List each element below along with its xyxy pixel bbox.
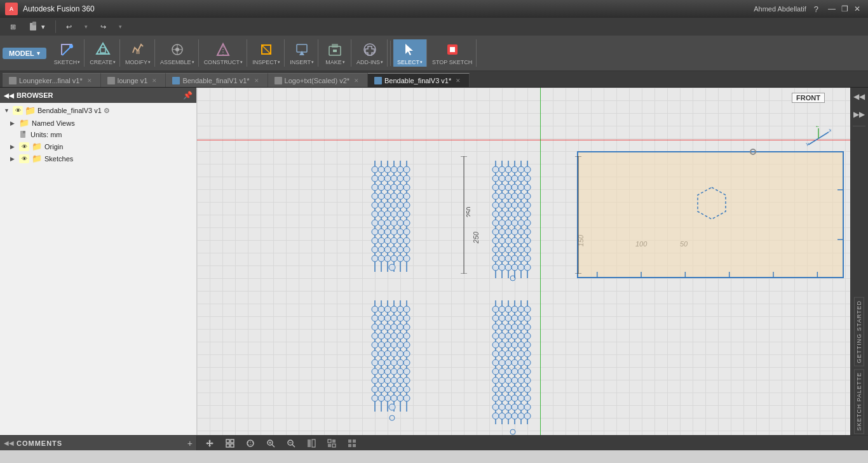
svg-point-305 — [524, 342, 531, 348]
svg-point-304 — [518, 342, 524, 348]
tab-loungeker[interactable]: Loungeker...final v1* ✕ — [3, 73, 101, 87]
root-label: Bendable_finalV3 v1 — [37, 107, 102, 114]
browser-origin[interactable]: ▶ 👁 📁 Origin — [0, 140, 196, 152]
view-layout-button[interactable] — [344, 438, 360, 449]
svg-point-264 — [384, 395, 391, 401]
svg-point-82 — [372, 229, 378, 235]
restore-button[interactable]: ❐ — [839, 3, 850, 15]
svg-rect-27 — [23, 131, 25, 133]
toolbar-construct[interactable]: CONSTRUCT ▾ — [200, 39, 248, 67]
svg-point-54 — [384, 184, 391, 191]
svg-point-338 — [505, 395, 512, 401]
rp-sketch-palette-button[interactable]: SKETCH PALETTE — [854, 369, 864, 434]
zoom-fit-button[interactable] — [283, 438, 299, 449]
svg-point-166 — [518, 238, 524, 244]
svg-point-346 — [518, 404, 524, 410]
construct-label: CONSTRUCT ▾ — [204, 59, 243, 65]
tab-loungeker-close[interactable]: ✕ — [85, 76, 94, 85]
tab-bendable-v1[interactable]: Bendable_finalV1 v1* ✕ — [166, 73, 268, 87]
svg-point-124 — [518, 175, 524, 182]
tab-logo[interactable]: Logo+txt(Scaled) v2* ✕ — [268, 73, 368, 87]
toolbar-modify[interactable]: MODIFY ▾ — [121, 39, 155, 67]
rp-prev-button[interactable]: ◀◀ — [851, 89, 867, 104]
frame-button[interactable] — [222, 438, 238, 449]
comments-add-button[interactable]: + — [187, 438, 193, 448]
redo-button[interactable]: ↪ — [95, 21, 111, 33]
sketch-pattern-4 — [489, 300, 537, 435]
grid-display-button[interactable] — [324, 438, 339, 449]
browser-sketches[interactable]: ▶ 👁 📁 Sketches — [0, 152, 196, 164]
toolbar-create[interactable]: CREATE ▾ — [86, 39, 120, 67]
root-eye[interactable]: 👁 — [13, 106, 23, 115]
origin-eye[interactable]: 👁 — [19, 142, 29, 151]
tab-bendable-v3-close[interactable]: ✕ — [454, 76, 463, 85]
hex-shape — [693, 184, 731, 222]
svg-point-132 — [492, 193, 499, 199]
svg-point-46 — [372, 175, 378, 182]
browser-named-views[interactable]: ▶ 📁 Named Views — [0, 117, 196, 129]
tab-lounge-close[interactable]: ✕ — [150, 76, 159, 85]
svg-point-49 — [391, 175, 397, 182]
browser-pin-icon[interactable]: 📌 — [183, 91, 193, 100]
svg-rect-382 — [353, 440, 356, 443]
svg-rect-1 — [32, 22, 36, 25]
redo2-button[interactable]: ▾ — [114, 22, 127, 32]
zoom-button[interactable] — [263, 438, 278, 449]
tab-logo-close[interactable]: ✕ — [352, 76, 361, 85]
tab-bendable-v1-close[interactable]: ✕ — [252, 76, 261, 85]
file-menu-button[interactable]: ▾ — [24, 20, 50, 34]
svg-point-153 — [512, 220, 518, 226]
canvas-area[interactable]: FRONT X Y Z 250 150 100 50 — [197, 88, 850, 435]
svg-point-244 — [372, 368, 378, 375]
svg-point-119 — [524, 166, 531, 173]
model-button[interactable]: MODEL ▾ — [3, 48, 46, 59]
svg-point-219 — [403, 324, 410, 330]
rp-getting-started-button[interactable]: GETTING STARTED — [854, 297, 864, 366]
svg-point-250 — [372, 377, 378, 384]
svg-point-247 — [391, 368, 397, 375]
undo-button[interactable]: ↩ — [61, 21, 77, 33]
help-icon[interactable]: ? — [814, 4, 818, 14]
rp-next-button[interactable]: ▶▶ — [851, 107, 867, 122]
toolbar-addins[interactable]: ADD-INS ▾ — [353, 39, 388, 67]
pan-tool-button[interactable] — [202, 438, 217, 449]
toolbar-inspect[interactable]: INSPECT ▾ — [248, 39, 285, 67]
svg-point-75 — [403, 211, 410, 217]
grid-menu-button[interactable]: ⊞ — [5, 21, 21, 33]
browser-units[interactable]: Units: mm — [0, 129, 196, 140]
tab-lounge[interactable]: lounge v1 ✕ — [101, 73, 166, 87]
undo2-button[interactable]: ▾ — [79, 22, 93, 32]
toolbar-assemble[interactable]: ASSEMBLE ▾ — [156, 39, 199, 67]
svg-point-137 — [524, 193, 531, 199]
browser-root-item[interactable]: ▼ 👁 📁 Bendable_finalV3 v1 ⚙ — [0, 104, 196, 117]
window-controls: — ❐ ✕ — [826, 3, 863, 15]
svg-point-208 — [372, 315, 378, 321]
svg-point-300 — [492, 342, 499, 348]
comments-collapse-icon[interactable]: ◀◀ — [4, 440, 14, 446]
svg-point-329 — [524, 377, 531, 384]
toolbar-select[interactable]: SELECT ▾ — [393, 39, 427, 67]
tab-bendable-v3[interactable]: Bendable_finalV3 v1* ✕ — [368, 73, 470, 87]
toolbar-sketch[interactable]: SKETCH ▾ — [50, 39, 85, 67]
svg-point-127 — [499, 184, 505, 191]
svg-point-145 — [499, 211, 505, 217]
toolbar-make[interactable]: MAKE ▾ — [320, 39, 351, 67]
close-button[interactable]: ✕ — [851, 3, 863, 15]
svg-point-251 — [378, 377, 384, 384]
sketches-eye[interactable]: 👁 — [19, 154, 29, 163]
svg-point-213 — [403, 315, 410, 321]
display-mode-button[interactable] — [304, 438, 319, 449]
browser-collapse-icon[interactable]: ◀◀ — [4, 92, 14, 99]
tab-bar: Loungeker...final v1* ✕ lounge v1 ✕ Bend… — [0, 71, 868, 88]
svg-point-246 — [384, 368, 391, 375]
root-gear-icon[interactable]: ⚙ — [104, 107, 110, 115]
svg-point-265 — [391, 395, 397, 401]
toolbar-stop-sketch[interactable]: STOP SKETCH — [428, 39, 477, 67]
minimize-button[interactable]: — — [826, 3, 837, 15]
orbit-button[interactable] — [243, 438, 258, 449]
origin-label: Origin — [44, 143, 193, 151]
root-folder-icon: 📁 — [25, 105, 36, 116]
svg-marker-18 — [299, 51, 304, 55]
tab-bendable-v3-label: Bendable_finalV3 v1* — [384, 77, 451, 84]
toolbar-insert[interactable]: INSERT ▾ — [286, 39, 318, 67]
